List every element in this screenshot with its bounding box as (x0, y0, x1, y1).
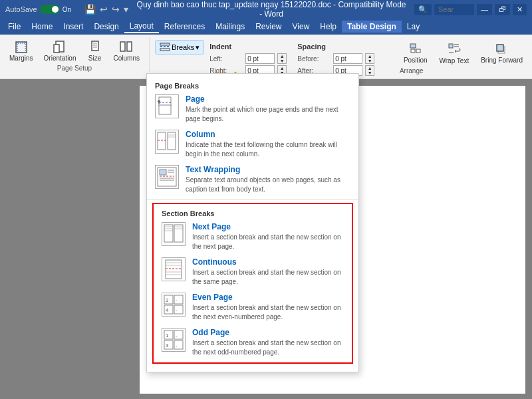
margins-label: Margins (9, 55, 33, 62)
spacing-before-label: Before: (297, 55, 331, 63)
breaks-button[interactable]: Breaks ▾ (155, 40, 204, 55)
search-input[interactable] (434, 4, 474, 15)
svg-rect-40 (164, 225, 173, 242)
size-button[interactable]: Size (83, 39, 107, 63)
menu-references[interactable]: References (159, 21, 210, 33)
page-setup-label: Page Setup (57, 65, 92, 72)
tab-table-design[interactable]: Table Design (342, 21, 402, 33)
svg-rect-17 (416, 49, 420, 53)
spacing-before-value[interactable]: 0 pt (333, 53, 362, 64)
dropdown-icon[interactable]: ▾ (124, 4, 128, 15)
window-controls: 🔍 — 🗗 ✕ (414, 4, 527, 15)
menu-insert[interactable]: Insert (58, 21, 88, 33)
menu-help[interactable]: Help (315, 21, 342, 33)
break-continuous-desc: Insert a section break and start the new… (192, 269, 340, 285)
section-breaks-title: Section Breaks (154, 207, 352, 219)
svg-rect-23 (497, 45, 503, 51)
break-column-item[interactable]: Column Indicate that the text following … (147, 126, 358, 162)
menu-mailings[interactable]: Mailings (210, 21, 250, 33)
save-icon[interactable]: 💾 (84, 4, 96, 15)
menu-design[interactable]: Design (88, 21, 124, 33)
svg-rect-41 (174, 225, 183, 242)
quick-access-icons: 💾 ↩ ↪ ▾ (84, 4, 128, 15)
menu-review[interactable]: Review (250, 21, 287, 33)
break-page-item[interactable]: Page Mark the point at which one page en… (147, 91, 358, 126)
orientation-label: Orientation (44, 55, 76, 62)
spacing-before-spinner[interactable]: ▲ ▼ (365, 53, 374, 64)
svg-text:4: 4 (166, 307, 169, 313)
columns-button[interactable]: Columns (110, 39, 144, 63)
menu-file[interactable]: File (3, 21, 26, 33)
svg-text:-: - (176, 332, 178, 338)
menubar: File Home Insert Design Layout Reference… (0, 19, 532, 35)
autosave-state: On (63, 6, 71, 13)
position-icon (408, 42, 423, 57)
section-breaks-box: Section Breaks (152, 203, 353, 364)
svg-rect-12 (160, 43, 170, 45)
break-column-text: Column Indicate that the text following … (186, 130, 350, 158)
arrange-label: Arrange (400, 67, 527, 74)
wrap-text-label: Wrap Text (440, 57, 469, 65)
svg-rect-34 (160, 170, 166, 175)
svg-rect-28 (158, 132, 166, 150)
menu-layout[interactable]: Layout (124, 20, 159, 33)
size-label: Size (88, 55, 101, 62)
dd-divider (147, 200, 358, 200)
autosave-toggle[interactable] (40, 5, 60, 14)
menu-home[interactable]: Home (26, 21, 58, 33)
page-breaks-title: Page Breaks (147, 79, 358, 91)
break-page-desc: Mark the point at which one page ends an… (186, 106, 338, 122)
break-column-desc: Indicate that the text following the col… (186, 141, 337, 158)
bring-forward-button[interactable]: Bring Forward (477, 41, 527, 65)
break-continuous-item[interactable]: Continuous Insert a section break and st… (154, 254, 352, 289)
break-textwrap-text: Text Wrapping Separate text around objec… (186, 165, 350, 194)
columns-icon (119, 40, 134, 55)
close-button[interactable]: ✕ (513, 4, 527, 15)
break-evenpage-text: Even Page Insert a section break and sta… (192, 293, 344, 321)
svg-rect-10 (120, 42, 125, 51)
position-label: Position (404, 57, 428, 64)
break-continuous-title: Continuous (192, 257, 344, 267)
break-evenpage-icon: 2 - 4 - (162, 293, 186, 317)
break-nextpage-text: Next Page Insert a section break and sta… (192, 222, 344, 251)
break-textwrap-title: Text Wrapping (186, 165, 350, 174)
wrap-text-button[interactable]: Wrap Text (436, 40, 473, 66)
break-continuous-icon (162, 257, 186, 281)
break-page-icon (155, 94, 179, 118)
arrange-group: Position Wrap Text Bring Forward Arrange (400, 37, 527, 74)
break-column-icon (155, 130, 179, 154)
position-button[interactable]: Position (400, 41, 432, 65)
break-oddpage-icon: 1 - 3 - (162, 328, 186, 352)
break-evenpage-item[interactable]: 2 - 4 - Even Page Insert a section break… (154, 289, 352, 325)
search-box-icon[interactable]: 🔍 (414, 4, 432, 15)
wrap-text-icon (447, 41, 462, 56)
undo-icon[interactable]: ↩ (100, 4, 108, 15)
break-page-text: Page Mark the point at which one page en… (186, 94, 350, 123)
break-oddpage-item[interactable]: 1 - 3 - Odd Page Insert a section break … (154, 325, 352, 360)
break-continuous-text: Continuous Insert a section break and st… (192, 257, 344, 286)
break-textwrap-item[interactable]: Text Wrapping Separate text around objec… (147, 162, 358, 197)
svg-rect-14 (160, 49, 170, 51)
document-title: Quy dinh bao cao thuc tap_update ngay 15… (135, 0, 408, 19)
bring-forward-icon (495, 42, 509, 57)
spacing-label: Spacing (297, 43, 374, 51)
break-nextpage-desc: Insert a section break and start the new… (192, 233, 340, 250)
orientation-button[interactable]: Orientation (40, 39, 80, 63)
redo-icon[interactable]: ↪ (112, 4, 120, 15)
indent-left-spinner[interactable]: ▲ ▼ (277, 53, 287, 64)
margins-button[interactable]: Margins (5, 39, 37, 63)
minimize-button[interactable]: — (477, 4, 492, 15)
svg-text:3: 3 (166, 342, 169, 348)
spacing-after-spinner[interactable]: ▲ ▼ (365, 65, 374, 76)
autosave-control[interactable]: AutoSave On (5, 5, 71, 14)
margins-icon (14, 40, 29, 55)
svg-rect-18 (449, 44, 453, 48)
restore-button[interactable]: 🗗 (495, 4, 510, 15)
indent-left-value[interactable]: 0 pt (245, 53, 275, 64)
breaks-label: Breaks (172, 43, 194, 51)
svg-rect-5 (54, 45, 59, 53)
menu-lay[interactable]: Lay (402, 21, 425, 33)
break-nextpage-item[interactable]: Next Page Insert a section break and sta… (154, 219, 352, 254)
menu-view[interactable]: View (287, 21, 315, 33)
break-nextpage-icon (162, 222, 186, 246)
